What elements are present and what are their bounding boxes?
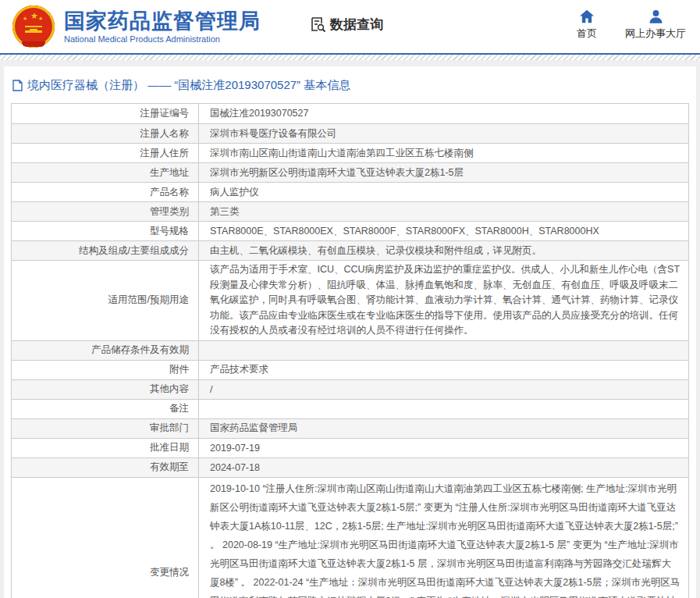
field-value: / — [199, 380, 688, 399]
emblem-star-icon: ★ — [30, 12, 38, 20]
national-emblem-icon: ★ ★ ★ — [12, 5, 55, 48]
field-label: 注册证编号 — [12, 104, 199, 123]
site-header: ★ ★ ★ 国家药品监督管理局 National Medical Product… — [0, 0, 700, 53]
field-label: 其他内容 — [12, 380, 199, 399]
nav-home-label: 首页 — [577, 27, 597, 41]
row-cert-number: 注册证编号 国械注准20193070527 — [12, 104, 688, 123]
row-intended-use: 适用范围/预期用途 该产品为适用于手术室、ICU、CCU病房监护及床边监护的重症… — [12, 260, 688, 340]
field-value — [199, 341, 688, 360]
org-name-en: National Medical Products Administration — [64, 34, 261, 44]
hatch-stripe-band — [0, 55, 700, 60]
field-value: 产品技术要求 — [199, 361, 688, 379]
field-value: 国家药品监督管理局 — [199, 419, 688, 438]
row-composition: 结构及组成/主要组成成分 由主机、二氧化碳模块、有创血压模块、记录仪模块和附件组… — [12, 240, 688, 260]
field-label: 附件 — [12, 361, 199, 379]
data-query-section[interactable]: 数据查询 — [309, 16, 383, 34]
field-label: 适用范围/预期用途 — [12, 261, 199, 340]
field-label: 有效期至 — [12, 458, 199, 477]
page-content: 境内医疗器械（注册） —— “国械注准20193070527” 基本信息 注册证… — [0, 60, 700, 598]
emblem-star-icon: ★ — [23, 16, 27, 21]
content-card: 境内医疗器械（注册） —— “国械注准20193070527” 基本信息 注册证… — [4, 66, 696, 598]
emblem-star-icon: ★ — [38, 16, 43, 21]
row-registrant-name: 注册人名称 深圳市科曼医疗设备有限公司 — [12, 123, 688, 143]
field-value: 2024-07-18 — [199, 458, 688, 477]
field-label: 管理类别 — [12, 202, 199, 221]
row-approval-department: 审批部门 国家药品监督管理局 — [12, 418, 688, 438]
row-product-name: 产品名称 病人监护仪 — [12, 182, 688, 201]
emblem-gate-shape — [25, 26, 42, 33]
header-nav: 首页 网上办事大厅 — [577, 9, 686, 41]
field-value: STAR8000E、STAR8000EX、STAR8000F、STAR8000F… — [199, 222, 688, 240]
row-other-content: 其他内容 / — [12, 379, 688, 399]
field-value: 深圳市科曼医疗设备有限公司 — [199, 124, 688, 143]
field-value: 国械注准20193070527 — [199, 104, 688, 123]
emblem-ribbon-shape — [22, 41, 45, 47]
row-change-history: 变更情况 2019-10-10 “注册人住所:深圳市南山区南山街道南山大道南油第… — [12, 477, 688, 598]
field-value — [199, 400, 688, 418]
field-label: 型号规格 — [12, 222, 199, 240]
nav-service-hall[interactable]: 网上办事大厅 — [625, 9, 686, 41]
field-value: 深圳市光明新区公明街道南环大道飞亚达钟表大厦2栋1-5层 — [199, 163, 688, 182]
page-title-text: 境内医疗器械（注册） —— “国械注准20193070527” 基本信息 — [27, 78, 350, 93]
row-approval-date: 批准日期 2019-07-19 — [12, 438, 688, 457]
row-management-class: 管理类别 第三类 — [12, 201, 688, 221]
row-production-address: 生产地址 深圳市光明新区公明街道南环大道飞亚达钟表大厦2栋1-5层 — [12, 162, 688, 182]
field-value: 2019-07-19 — [199, 439, 688, 457]
detail-table: 注册证编号 国械注准20193070527 注册人名称 深圳市科曼医疗设备有限公… — [11, 103, 689, 598]
org-title-block: 国家药品监督管理局 National Medical Products Admi… — [64, 9, 261, 44]
page-title: 境内医疗器械（注册） —— “国械注准20193070527” 基本信息 — [11, 73, 689, 103]
field-value: 第三类 — [199, 202, 688, 221]
document-search-icon — [309, 16, 326, 33]
field-label: 批准日期 — [12, 439, 199, 457]
field-label: 注册人住所 — [12, 144, 199, 162]
row-storage-conditions: 产品储存条件及有效期 — [12, 340, 688, 360]
field-label: 结构及组成/主要组成成分 — [12, 241, 199, 260]
data-query-label: 数据查询 — [330, 16, 383, 34]
field-value: 该产品为适用于手术室、ICU、CCU病房监护及床边监护的重症监护仪。供成人、小儿… — [199, 261, 688, 340]
field-label: 生产地址 — [12, 163, 199, 182]
field-label: 产品储存条件及有效期 — [12, 341, 199, 360]
field-label: 注册人名称 — [12, 124, 199, 143]
field-value: 由主机、二氧化碳模块、有创血压模块、记录仪模块和附件组成，详见附页。 — [199, 241, 688, 260]
row-registrant-address: 注册人住所 深圳市南山区南山街道南山大道南油第四工业区五栋七楼南侧 — [12, 143, 688, 162]
field-value: 2019-10-10 “注册人住所:深圳市南山区南山街道南山大道南油第四工业区五… — [199, 478, 688, 598]
nav-service-hall-label: 网上办事大厅 — [625, 27, 686, 41]
nav-home[interactable]: 首页 — [577, 9, 597, 41]
field-value: 深圳市南山区南山街道南山大道南油第四工业区五栋七楼南侧 — [199, 144, 688, 162]
row-expiry-date: 有效期至 2024-07-18 — [12, 457, 688, 477]
org-name-zh: 国家药品监督管理局 — [64, 9, 261, 34]
row-model-spec: 型号规格 STAR8000E、STAR8000EX、STAR8000F、STAR… — [12, 221, 688, 240]
field-label: 产品名称 — [12, 183, 199, 201]
field-label: 审批部门 — [12, 419, 199, 438]
field-label: 备注 — [12, 400, 199, 418]
row-attachment: 附件 产品技术要求 — [12, 360, 688, 379]
field-value: 病人监护仪 — [199, 183, 688, 201]
document-icon — [12, 80, 23, 91]
home-icon — [579, 9, 595, 23]
field-label: 变更情况 — [12, 478, 199, 598]
person-icon — [648, 9, 663, 23]
row-remarks: 备注 — [12, 399, 688, 418]
